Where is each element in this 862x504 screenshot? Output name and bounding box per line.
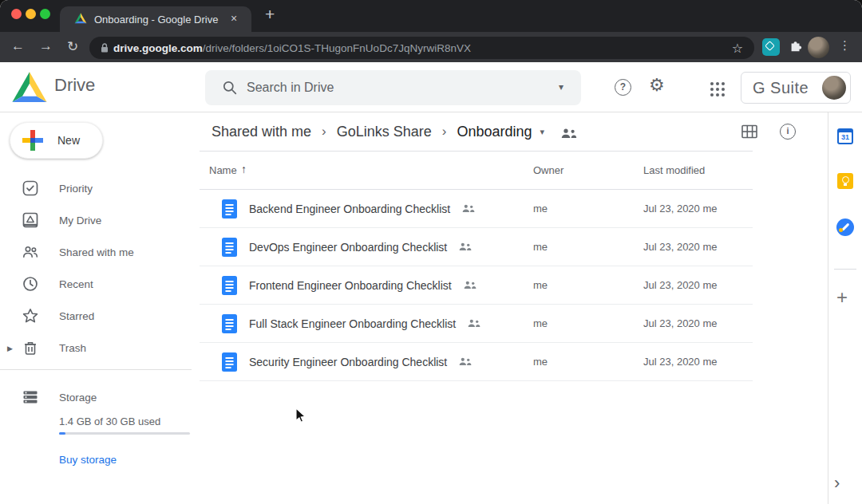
breadcrumb-item-current[interactable]: Onboarding <box>457 124 532 140</box>
window-close-button[interactable] <box>11 9 22 19</box>
drive-header: Drive ▾ ? ⚙ G Suite <box>0 62 862 112</box>
file-name: DevOps Engineer Onboarding Checklist <box>249 241 447 254</box>
lock-icon <box>101 43 109 53</box>
tasks-check-glyph <box>842 223 850 231</box>
sidebar-item-label: Priority <box>59 183 93 195</box>
address-bar[interactable]: drive.google.com/drive/folders/1oiCO1S-T… <box>89 37 754 59</box>
collapse-panel-chevron-icon[interactable]: › <box>834 473 840 494</box>
forward-icon[interactable]: → <box>39 38 53 54</box>
mouse-cursor <box>295 408 307 424</box>
storage-usage-text: 1.4 GB of 30 GB used <box>59 415 160 427</box>
new-tab-button[interactable]: + <box>265 5 275 24</box>
file-row[interactable]: Full Stack Engineer Onboarding Checklist… <box>200 305 753 343</box>
shared-people-icon <box>468 319 480 328</box>
file-row[interactable]: Backend Engineer Onboarding Checklist me… <box>200 190 753 228</box>
rail-divider <box>834 269 856 270</box>
recent-clock-icon <box>22 276 38 292</box>
google-docs-icon <box>222 199 237 219</box>
search-options-dropdown-icon[interactable]: ▾ <box>559 81 563 93</box>
folder-menu-dropdown-icon[interactable]: ▾ <box>540 127 545 137</box>
back-icon[interactable]: ← <box>11 38 25 54</box>
search-input[interactable] <box>247 70 534 105</box>
shared-people-icon <box>464 281 476 289</box>
browser-profile-avatar[interactable] <box>808 37 829 58</box>
google-docs-icon <box>222 314 237 333</box>
sidebar-item-shared-with-me[interactable]: Shared with me <box>0 236 192 268</box>
drive-logo[interactable] <box>11 71 48 104</box>
side-panel-rail: 31 + › <box>828 112 862 504</box>
sort-ascending-icon[interactable]: ↑ <box>241 163 247 175</box>
bookmark-star-icon[interactable]: ☆ <box>732 41 743 56</box>
golinks-extension-icon[interactable] <box>762 38 780 56</box>
info-icon[interactable]: i <box>780 124 796 140</box>
add-addon-plus-icon[interactable]: + <box>836 286 848 309</box>
calendar-day: 31 <box>839 132 852 143</box>
priority-icon <box>22 180 38 196</box>
sidebar-item-label: Storage <box>59 392 97 404</box>
tab-close-icon[interactable]: × <box>231 12 237 25</box>
file-row[interactable]: DevOps Engineer Onboarding Checklist me … <box>200 228 753 266</box>
google-docs-icon <box>222 276 237 295</box>
search-bar[interactable]: ▾ <box>205 70 581 105</box>
file-modified: Jul 23, 2020 me <box>643 317 718 329</box>
file-owner: me <box>533 279 548 291</box>
file-row[interactable]: Security Engineer Onboarding Checklist m… <box>200 343 753 381</box>
breadcrumb-item[interactable]: GoLinks Share <box>337 124 432 140</box>
google-apps-grid-icon[interactable] <box>710 82 714 85</box>
extensions-puzzle-icon[interactable] <box>789 39 803 53</box>
sidebar-item-recent[interactable]: Recent <box>0 268 192 300</box>
file-owner: me <box>533 317 548 329</box>
help-icon[interactable]: ? <box>615 79 631 96</box>
sidebar-divider <box>0 369 192 370</box>
screen: Onboarding - Google Drive × + ← → ↻ driv… <box>0 0 862 504</box>
sidebar-item-starred[interactable]: Starred <box>0 300 192 332</box>
sidebar-item-trash[interactable]: Trash <box>0 332 192 364</box>
google-keep-icon[interactable] <box>837 173 853 189</box>
browser-tab[interactable]: Onboarding - Google Drive × <box>60 6 251 32</box>
breadcrumb-item[interactable]: Shared with me <box>212 124 311 140</box>
window-zoom-button[interactable] <box>40 9 50 19</box>
column-header-owner: Owner <box>533 164 563 176</box>
keep-bulb-glyph <box>842 176 849 183</box>
extension-glyph <box>765 41 775 51</box>
file-modified: Jul 23, 2020 me <box>643 279 718 291</box>
sidebar-item-storage[interactable]: Storage <box>0 381 192 413</box>
column-header-name[interactable]: Name <box>209 164 237 176</box>
my-drive-icon <box>22 212 38 228</box>
new-button-label: New <box>57 134 80 147</box>
gsuite-account-chip[interactable]: G Suite <box>741 72 851 104</box>
drive-favicon <box>74 13 87 24</box>
settings-gear-icon[interactable]: ⚙ <box>649 75 665 96</box>
account-avatar[interactable] <box>822 76 846 100</box>
app-name: Drive <box>54 75 95 96</box>
url-domain: drive.google.com <box>113 42 203 54</box>
new-button[interactable]: New <box>10 122 103 159</box>
sidebar-item-label: Starred <box>59 310 94 322</box>
sidebar-item-label: Trash <box>59 342 86 354</box>
storage-progress-bar <box>59 432 190 435</box>
storage-icon <box>22 389 38 405</box>
file-name: Frontend Engineer Onboarding Checklist <box>249 279 452 292</box>
file-row[interactable]: Frontend Engineer Onboarding Checklist m… <box>200 266 753 305</box>
google-calendar-icon[interactable]: 31 <box>837 128 853 144</box>
shared-people-icon <box>459 357 472 366</box>
sidebar-item-my-drive[interactable]: My Drive <box>0 204 192 236</box>
folder-shared-people-icon[interactable] <box>561 128 577 139</box>
buy-storage-link[interactable]: Buy storage <box>59 454 117 466</box>
shared-with-me-icon <box>22 244 38 260</box>
shared-people-icon <box>462 204 475 213</box>
reload-icon[interactable]: ↻ <box>67 38 78 55</box>
sidebar-item-priority[interactable]: Priority <box>0 172 192 204</box>
file-owner: me <box>533 356 548 368</box>
google-tasks-icon[interactable] <box>836 219 854 236</box>
tasks-dot-glyph <box>839 228 843 232</box>
keep-bulb-base <box>844 183 847 186</box>
browser-menu-icon[interactable]: ⋮ <box>839 38 851 53</box>
new-plus-icon <box>22 130 43 151</box>
window-minimize-button[interactable] <box>26 9 36 19</box>
browser-tab-strip: Onboarding - Google Drive × + <box>0 0 862 32</box>
url-path: /drive/folders/1oiCO1S-THugonFnUoDc7JqNy… <box>203 42 471 54</box>
grid-view-icon[interactable] <box>741 124 757 139</box>
sidebar: New Priority My Drive ▶ Shared with me <box>0 112 192 504</box>
browser-toolbar: ← → ↻ drive.google.com/drive/folders/1oi… <box>0 32 862 62</box>
